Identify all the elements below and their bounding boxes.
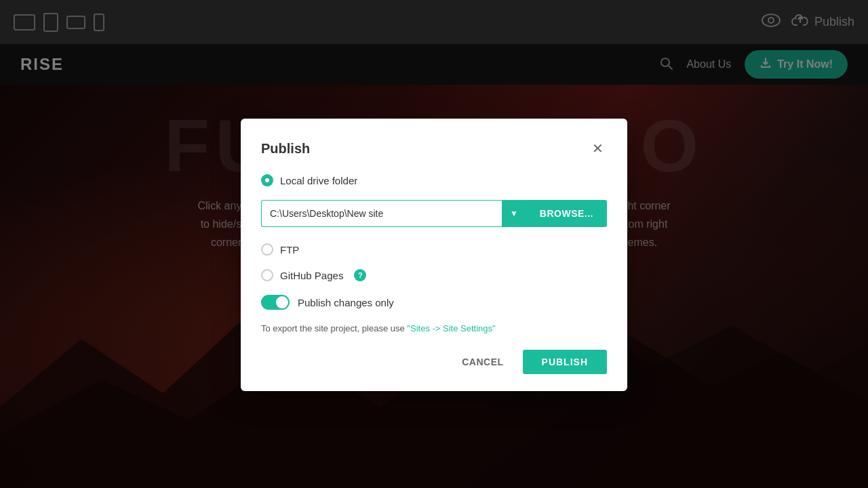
publish-changes-toggle-row: Publish changes only bbox=[261, 295, 607, 310]
cancel-button[interactable]: CANCEL bbox=[451, 351, 514, 373]
local-drive-radio[interactable] bbox=[261, 174, 273, 186]
github-help-badge[interactable]: ? bbox=[354, 269, 366, 281]
github-option[interactable]: GitHub Pages ? bbox=[261, 269, 607, 281]
path-dropdown-button[interactable]: ▼ bbox=[502, 200, 526, 227]
modal-title: Publish bbox=[261, 141, 310, 157]
github-radio[interactable] bbox=[261, 269, 273, 281]
publish-modal: Publish ✕ Local drive folder ▼ BROWSE...… bbox=[241, 119, 627, 391]
publish-changes-label: Publish changes only bbox=[298, 297, 394, 308]
path-input[interactable] bbox=[261, 200, 502, 227]
modal-header: Publish ✕ bbox=[261, 139, 607, 158]
ftp-option[interactable]: FTP bbox=[261, 243, 607, 256]
chevron-down-icon: ▼ bbox=[510, 209, 518, 218]
path-row: ▼ BROWSE... bbox=[261, 200, 607, 227]
local-drive-option[interactable]: Local drive folder bbox=[261, 174, 607, 186]
github-label: GitHub Pages bbox=[280, 270, 343, 281]
export-note-text: To export the site project, please use bbox=[261, 323, 407, 333]
site-settings-link[interactable]: "Sites -> Site Settings" bbox=[407, 323, 495, 333]
browse-button[interactable]: BROWSE... bbox=[526, 200, 607, 227]
local-drive-label: Local drive folder bbox=[280, 175, 357, 186]
close-icon: ✕ bbox=[592, 140, 604, 157]
publish-changes-toggle[interactable] bbox=[261, 295, 290, 310]
ftp-label: FTP bbox=[280, 244, 299, 256]
export-note: To export the site project, please use "… bbox=[261, 323, 607, 333]
modal-close-button[interactable]: ✕ bbox=[588, 139, 607, 158]
ftp-radio[interactable] bbox=[261, 243, 273, 256]
modal-footer: CANCEL PUBLISH bbox=[261, 350, 607, 374]
publish-action-button[interactable]: PUBLISH bbox=[523, 350, 607, 374]
